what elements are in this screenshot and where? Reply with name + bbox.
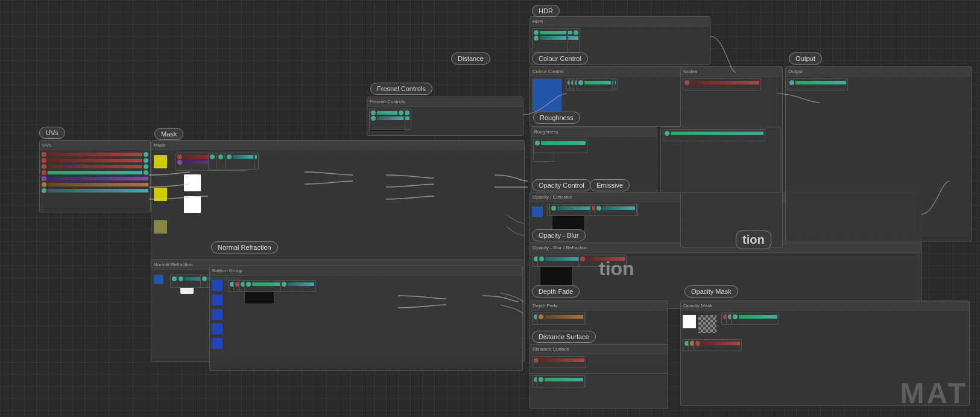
dist-surface-sub[interactable] [530,373,668,409]
uvs-row-6 [42,182,148,187]
uvs-row-4 [42,170,148,175]
emissive-label: Emissive [590,179,630,191]
mask-white-block-3 [184,196,201,213]
output-node[interactable]: Output [785,66,972,241]
om-mini-8[interactable] [731,313,779,325]
bt-blue-3 [212,309,223,320]
mr-header: Nodes [681,67,782,77]
hdr-header: HDR [530,17,710,27]
colour-control-label: Colour Control [532,53,588,65]
uvs-row-7 [42,188,148,193]
ds-header: Distance Surface [530,345,668,354]
output-label: Output [789,53,822,65]
uvs-row-3 [42,164,148,169]
fresnel-mini-2[interactable] [369,109,405,130]
bt-blue-4 [212,323,223,334]
uvs-row-2 [42,158,148,163]
df-mini-3[interactable] [537,313,585,325]
dss-mini-4[interactable] [537,375,585,387]
rr-mini-4[interactable] [663,129,765,141]
mask-header: Mask [151,141,524,150]
mr-mini-12[interactable] [683,78,761,91]
mask-yellow-swatch-3 [154,220,167,234]
oe-blue [532,206,543,217]
uvs-node-header: UVs [40,141,150,150]
fresnel-node[interactable]: Fresnel Controls [367,97,523,136]
nr-blue-block [154,275,163,284]
normal-refraction-label: Normal Refraction [211,241,278,253]
df-header: Depth Fade [530,301,668,311]
rough-mini-4[interactable] [533,139,587,153]
mask-node-group[interactable]: Mask [151,140,525,267]
bt-blue-5 [212,338,223,349]
bt-blue-2 [212,294,223,305]
distance-label: Distance [451,53,490,65]
mask-yellow-swatch-2 [154,188,167,201]
opacity-mask-label: Opacity Mask [684,285,738,298]
bottom-header: Bottom Group [210,266,522,276]
depth-fade-label: Depth Fade [532,285,580,298]
fresnel-label: Fresnel Controls [370,83,432,95]
mask-yellow-swatch-1 [154,155,167,168]
refraction-text: tion [599,258,634,289]
cc-mini-8[interactable] [577,78,613,91]
hdr-label: HDR [532,5,560,17]
uvs-row-5 [42,176,148,181]
out-mini-10[interactable] [788,78,848,91]
output-header: Output [786,67,972,77]
dist-surface-label: Distance Surface [532,331,596,343]
bottom-node[interactable]: Bottom Group [209,266,523,371]
oe-mini-10[interactable] [595,204,637,216]
opacity-blur-node[interactable]: Opacity - Blur / Refraction [530,243,922,309]
ds-mini-3[interactable] [532,356,586,368]
uvs-label: UVs [39,127,65,139]
roughness-header: Roughness [531,127,657,137]
opacity-control-label: Opacity Control [532,179,591,191]
om-bottom-6[interactable] [694,339,742,351]
mask-white-block-2 [184,174,201,191]
uvs-row-1 [42,152,148,157]
bt-blue-1 [212,280,223,291]
colour-preview [532,78,562,112]
hdr-mini-3[interactable] [532,28,568,53]
om-header: Opacity Mask [681,301,969,311]
bt-mini-13[interactable] [280,280,316,292]
fresnel-header: Fresnel Controls [367,97,523,107]
mat-text: MAT [900,377,968,410]
opacity-blur-label: Opacity - Blur [532,229,586,241]
mask-right-3[interactable] [225,153,255,170]
roughness-right-node[interactable] [660,127,781,193]
refraction-label: tion [736,231,771,249]
roughness-label: Roughness [533,112,580,124]
mask-label: Mask [154,128,183,140]
uvs-node[interactable]: UVs [39,140,151,212]
om-white [683,315,696,328]
om-checker [698,315,716,333]
